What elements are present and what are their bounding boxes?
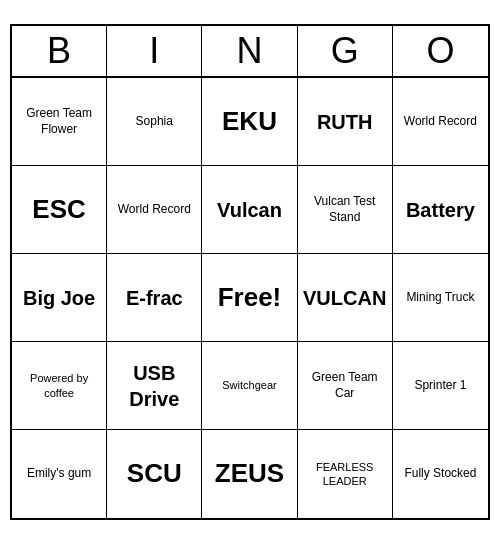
cell-text: FEARLESS LEADER (302, 460, 388, 489)
bingo-cell: EKU (202, 78, 297, 166)
cell-text: E-frac (126, 285, 183, 311)
bingo-header: BINGO (12, 26, 488, 78)
bingo-cell: Emily's gum (12, 430, 107, 518)
cell-text: VULCAN (303, 285, 386, 311)
bingo-cell: RUTH (298, 78, 393, 166)
bingo-cell: Free! (202, 254, 297, 342)
cell-text: Free! (218, 281, 282, 315)
bingo-cell: Mining Truck (393, 254, 488, 342)
cell-text: World Record (118, 202, 191, 218)
bingo-card: BINGO Green Team FlowerSophiaEKURUTHWorl… (10, 24, 490, 520)
bingo-cell: Vulcan Test Stand (298, 166, 393, 254)
bingo-cell: Green Team Car (298, 342, 393, 430)
header-letter: N (202, 26, 297, 76)
cell-text: Sprinter 1 (414, 378, 466, 394)
header-letter: I (107, 26, 202, 76)
bingo-cell: ESC (12, 166, 107, 254)
bingo-cell: E-frac (107, 254, 202, 342)
cell-text: Fully Stocked (404, 466, 476, 482)
cell-text: Switchgear (222, 378, 276, 392)
bingo-cell: World Record (393, 78, 488, 166)
cell-text: ESC (32, 193, 85, 227)
cell-text: EKU (222, 105, 277, 139)
bingo-cell: USB Drive (107, 342, 202, 430)
cell-text: Green Team Car (302, 370, 388, 401)
cell-text: Vulcan Test Stand (302, 194, 388, 225)
cell-text: ZEUS (215, 457, 284, 491)
cell-text: RUTH (317, 109, 373, 135)
bingo-cell: Sprinter 1 (393, 342, 488, 430)
bingo-grid: Green Team FlowerSophiaEKURUTHWorld Reco… (12, 78, 488, 518)
bingo-cell: Powered by coffee (12, 342, 107, 430)
bingo-cell: Big Joe (12, 254, 107, 342)
bingo-cell: Sophia (107, 78, 202, 166)
cell-text: Powered by coffee (16, 371, 102, 400)
bingo-cell: VULCAN (298, 254, 393, 342)
cell-text: USB Drive (111, 360, 197, 412)
cell-text: SCU (127, 457, 182, 491)
cell-text: Mining Truck (406, 290, 474, 306)
bingo-cell: Switchgear (202, 342, 297, 430)
bingo-cell: Vulcan (202, 166, 297, 254)
cell-text: Big Joe (23, 285, 95, 311)
bingo-cell: ZEUS (202, 430, 297, 518)
cell-text: Sophia (136, 114, 173, 130)
bingo-cell: SCU (107, 430, 202, 518)
bingo-cell: Battery (393, 166, 488, 254)
header-letter: O (393, 26, 488, 76)
bingo-cell: Green Team Flower (12, 78, 107, 166)
cell-text: Emily's gum (27, 466, 91, 482)
header-letter: G (298, 26, 393, 76)
bingo-cell: Fully Stocked (393, 430, 488, 518)
cell-text: Vulcan (217, 197, 282, 223)
bingo-cell: World Record (107, 166, 202, 254)
cell-text: World Record (404, 114, 477, 130)
header-letter: B (12, 26, 107, 76)
bingo-cell: FEARLESS LEADER (298, 430, 393, 518)
cell-text: Green Team Flower (16, 106, 102, 137)
cell-text: Battery (406, 197, 475, 223)
